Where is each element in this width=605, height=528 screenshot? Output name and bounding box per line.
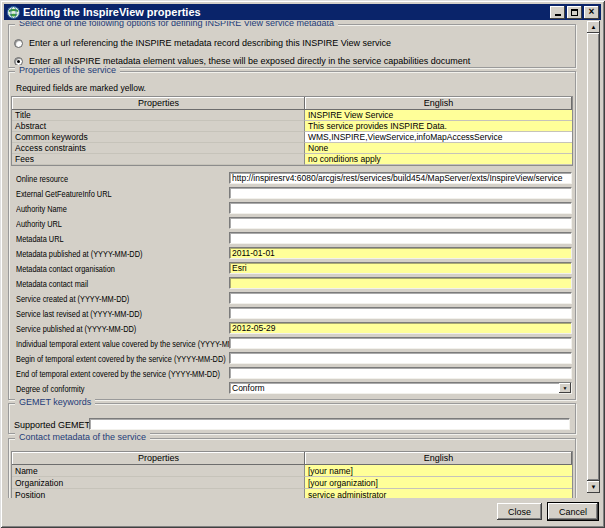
- property-name-cell: Title: [12, 110, 305, 121]
- contact-metadata-table: PropertiesEnglishName[your name]Organiza…: [11, 451, 573, 498]
- field-label: Metadata URL: [16, 234, 64, 244]
- property-value-cell[interactable]: This service provides INSPIRE Data.: [305, 121, 572, 132]
- scroll-up-button[interactable]: ▲: [587, 21, 600, 33]
- service-properties-groupbox: Properties of the service Required field…: [8, 71, 576, 400]
- field-label: Service published at (YYYY-MM-DD): [16, 324, 136, 334]
- form-field-row: External GetFeatureInfo URL: [11, 186, 573, 201]
- radio-dot: [17, 60, 20, 63]
- globe-icon: [7, 6, 20, 19]
- column-header-english[interactable]: English: [305, 452, 572, 465]
- table-header-row: PropertiesEnglish: [12, 452, 572, 465]
- field-label: Degree of conformity: [16, 384, 85, 394]
- property-name-cell: Organization: [12, 477, 305, 489]
- property-name-cell: Common keywords: [12, 132, 305, 143]
- service-properties-fields: Online resourceExternal GetFeatureInfo U…: [11, 171, 573, 396]
- field-input[interactable]: [229, 247, 572, 259]
- field-input[interactable]: [229, 337, 572, 349]
- scrollbar-thumb[interactable]: [587, 33, 600, 481]
- field-label: Service last revised at (YYYY-MM-DD): [16, 309, 142, 319]
- field-input[interactable]: [229, 292, 572, 304]
- form-field-row: End of temporal extent covered by the se…: [11, 366, 573, 381]
- field-label: Authority Name: [16, 204, 67, 214]
- property-name-cell: Name: [12, 465, 305, 477]
- property-value-cell[interactable]: no conditions apply: [305, 154, 572, 165]
- options-groupbox: Select one of the following options for …: [8, 24, 576, 68]
- column-header-properties[interactable]: Properties: [12, 452, 305, 465]
- property-name-cell: Fees: [12, 154, 305, 165]
- vertical-scrollbar[interactable]: ▲ ▼: [587, 21, 600, 493]
- field-input[interactable]: [229, 262, 572, 274]
- field-label: Metadata contact mail: [16, 279, 88, 289]
- property-value-cell[interactable]: service administrator: [305, 489, 572, 498]
- maximize-button[interactable]: [567, 6, 582, 19]
- close-icon: ×: [589, 7, 595, 17]
- form-field-row: Metadata URL: [11, 231, 573, 246]
- window-title: Editing the InspireView properties: [23, 6, 550, 18]
- field-label: Metadata contact organisation: [16, 264, 115, 274]
- form-field-row: Metadata contact organisation: [11, 261, 573, 276]
- property-value-cell[interactable]: [your name]: [305, 465, 572, 477]
- property-value-cell[interactable]: WMS,INSPIRE,ViewService,infoMapAccessSer…: [305, 132, 572, 143]
- field-input[interactable]: [229, 322, 572, 334]
- inspireview-properties-dialog: Editing the InspireView properties × Sel…: [0, 0, 605, 528]
- table-row: Access constraintsNone: [12, 143, 572, 154]
- table-row: Organization[your organization]: [12, 477, 572, 489]
- form-field-row: Begin of temporal extent covered by the …: [11, 351, 573, 366]
- form-field-row: Degree of conformityConform▼: [11, 381, 573, 396]
- contact-group-label: Contact metadata of the service: [15, 432, 150, 442]
- table-header-row: PropertiesEnglish: [12, 97, 572, 110]
- supported-gemet-themes-input[interactable]: [89, 418, 570, 430]
- table-row: Name[your name]: [12, 465, 572, 477]
- form-field-row: Service created at (YYYY-MM-DD): [11, 291, 573, 306]
- field-label: External GetFeatureInfo URL: [16, 189, 112, 199]
- field-input[interactable]: [229, 187, 572, 199]
- minimize-button[interactable]: [550, 6, 565, 19]
- scroll-down-button[interactable]: ▼: [587, 481, 600, 493]
- field-input[interactable]: [229, 232, 572, 244]
- degree-of-conformity-dropdown[interactable]: Conform▼: [229, 382, 572, 394]
- table-row: Common keywordsWMS,INSPIRE,ViewService,i…: [12, 132, 572, 143]
- field-label: Online resource: [16, 174, 68, 184]
- property-value-cell[interactable]: None: [305, 143, 572, 154]
- field-label: Begin of temporal extent covered by the …: [16, 354, 226, 364]
- column-header-english[interactable]: English: [305, 97, 572, 110]
- close-button[interactable]: Close: [497, 503, 542, 520]
- property-value-cell[interactable]: [your organization]: [305, 477, 572, 489]
- form-field-row: Authority Name: [11, 201, 573, 216]
- field-input[interactable]: [229, 307, 572, 319]
- property-name-cell: Abstract: [12, 121, 305, 132]
- field-label: Service created at (YYYY-MM-DD): [16, 294, 129, 304]
- radio-unselected-icon[interactable]: [14, 39, 23, 48]
- field-input[interactable]: [229, 202, 572, 214]
- table-row: TitleINSPIRE View Service: [12, 110, 572, 121]
- minimize-icon: [555, 14, 561, 16]
- form-field-row: Service published at (YYYY-MM-DD): [11, 321, 573, 336]
- property-value-cell[interactable]: INSPIRE View Service: [305, 110, 572, 121]
- field-input[interactable]: [229, 367, 572, 379]
- close-window-button[interactable]: ×: [584, 6, 599, 19]
- service-properties-group-label: Properties of the service: [15, 65, 120, 75]
- property-name-cell: Position: [12, 489, 305, 498]
- property-name-cell: Access constraints: [12, 143, 305, 154]
- form-field-row: Service last revised at (YYYY-MM-DD): [11, 306, 573, 321]
- form-field-row: Online resource: [11, 171, 573, 186]
- dialog-content: Select one of the following options for …: [4, 21, 587, 498]
- titlebar[interactable]: Editing the InspireView properties ×: [4, 4, 601, 20]
- field-label: Metadata published at (YYYY-MM-DD): [16, 249, 142, 259]
- cancel-button[interactable]: Cancel: [547, 502, 599, 521]
- field-input[interactable]: [229, 172, 572, 184]
- field-input[interactable]: [229, 217, 572, 229]
- contact-metadata-groupbox: Contact metadata of the service Properti…: [8, 438, 576, 498]
- form-field-row: Metadata contact mail: [11, 276, 573, 291]
- field-label: Individual temporal extent value covered…: [16, 339, 250, 349]
- radio-option-1[interactable]: Enter a url referencing the INSPIRE meta…: [9, 34, 575, 52]
- form-field-row: Authority URL: [11, 216, 573, 231]
- maximize-icon: [571, 9, 578, 16]
- table-row: Positionservice administrator: [12, 489, 572, 498]
- service-properties-table: PropertiesEnglishTitleINSPIRE View Servi…: [11, 96, 573, 166]
- field-input[interactable]: [229, 277, 572, 289]
- table-row: Feesno conditions apply: [12, 154, 572, 165]
- column-header-properties[interactable]: Properties: [12, 97, 305, 110]
- field-input[interactable]: [229, 352, 572, 364]
- chevron-down-icon[interactable]: ▼: [559, 383, 571, 393]
